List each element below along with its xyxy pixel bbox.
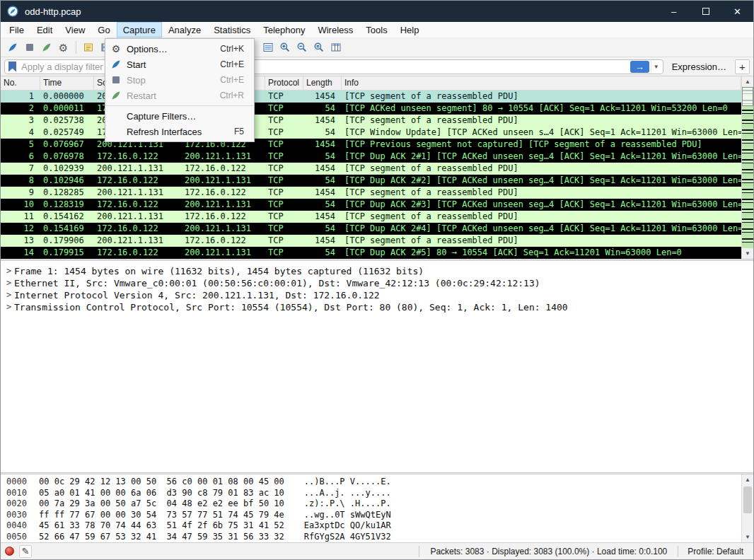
- capture-menu-capture-filters[interactable]: Capture Filters…: [105, 108, 254, 124]
- menu-edit[interactable]: Edit: [30, 22, 59, 37]
- column-header-length[interactable]: Length: [303, 76, 342, 90]
- packet-cell: 1454: [303, 235, 342, 247]
- expand-chevron-icon[interactable]: >: [4, 265, 14, 277]
- hex-scrollbar-thumb[interactable]: [743, 486, 752, 513]
- wireshark-window: odd-http.pcap – ✕ FileEditViewGoCaptureA…: [0, 0, 754, 560]
- packet-cell: TCP: [265, 235, 303, 247]
- menu-view[interactable]: View: [59, 22, 91, 37]
- packet-cell: 54: [303, 103, 342, 115]
- packet-cell: 1454: [303, 163, 342, 175]
- menu-item-label: Capture Filters…: [127, 111, 244, 122]
- packet-list-scrollbar[interactable]: ▲ ▼: [741, 76, 753, 259]
- detail-line[interactable]: >Frame 1: 1454 bytes on wire (11632 bits…: [1, 265, 753, 277]
- packet-row[interactable]: 80.102946172.16.0.122200.121.1.131TCP54[…: [1, 175, 741, 187]
- hex-line[interactable]: 005052 66 47 59 67 53 32 41 34 47 59 35 …: [6, 532, 741, 543]
- hex-line[interactable]: 004045 61 33 78 70 74 44 63 51 4f 2f 6b …: [6, 520, 741, 532]
- hex-ascii: Ea3xptDc QO/ku1AR: [304, 520, 391, 532]
- detail-line[interactable]: >Internet Protocol Version 4, Src: 200.1…: [1, 289, 753, 301]
- detail-line[interactable]: >Transmission Control Protocol, Src Port…: [1, 301, 753, 313]
- hex-ascii: ..wg..0T sWwQtEyN: [304, 510, 391, 521]
- menu-telephony[interactable]: Telephony: [257, 22, 311, 37]
- packet-cell: 0.076978: [40, 151, 94, 163]
- packet-row[interactable]: 100.128319172.16.0.122200.121.1.131TCP54…: [1, 199, 741, 211]
- expand-chevron-icon[interactable]: >: [4, 289, 14, 301]
- detail-line[interactable]: >Ethernet II, Src: Vmware_c0:00:01 (00:5…: [1, 277, 753, 289]
- capture-options-icon[interactable]: ⚙: [55, 40, 71, 56]
- packet-cell: 0.000011: [40, 103, 94, 115]
- column-header-info[interactable]: Info: [342, 76, 741, 90]
- display-filter-field[interactable]: → ▼: [4, 59, 663, 74]
- hex-line[interactable]: 002000 7a 29 3a 00 50 a7 5c 04 48 e2 e2 …: [6, 498, 741, 510]
- packet-cell: 200.121.1.131: [94, 163, 182, 175]
- packet-row[interactable]: 120.154169172.16.0.122200.121.1.131TCP54…: [1, 223, 741, 235]
- zoom-original-icon[interactable]: [311, 40, 327, 56]
- capture-menu-refresh-interfaces[interactable]: Refresh InterfacesF5: [105, 124, 254, 139]
- column-header-time[interactable]: Time: [40, 76, 94, 90]
- open-capture-icon[interactable]: [80, 40, 96, 56]
- packet-cell: 200.121.1.131: [94, 235, 182, 247]
- capture-menu-start[interactable]: StartCtrl+E: [105, 57, 254, 72]
- stop-capture-icon[interactable]: [21, 40, 37, 56]
- menu-file[interactable]: File: [3, 22, 30, 37]
- packet-cell: [TCP Dup ACK 2#2] [TCP ACKed unseen seg……: [342, 175, 741, 187]
- packet-cell: TCP: [265, 247, 303, 259]
- packet-row[interactable]: 60.076978172.16.0.122200.121.1.131TCP54[…: [1, 151, 741, 163]
- zoom-in-icon[interactable]: [277, 40, 293, 56]
- menu-capture[interactable]: Capture: [117, 22, 162, 37]
- restart-capture-icon[interactable]: [38, 40, 54, 56]
- column-header-protocol[interactable]: Protocol: [265, 76, 303, 90]
- menu-help[interactable]: Help: [394, 22, 426, 37]
- packet-cell: TCP: [265, 223, 303, 235]
- resize-columns-icon[interactable]: [327, 40, 344, 56]
- column-header-no[interactable]: No.: [1, 76, 40, 90]
- menu-wireless[interactable]: Wireless: [311, 22, 359, 37]
- profile-label[interactable]: Profile: Default: [683, 547, 749, 556]
- hex-scroll-track[interactable]: [742, 485, 753, 532]
- packet-cell: 0.179906: [40, 235, 94, 247]
- zoom-out-icon[interactable]: [294, 40, 310, 56]
- menu-analyze[interactable]: Analyze: [162, 22, 207, 37]
- menu-go[interactable]: Go: [91, 22, 116, 37]
- hex-scrollbar[interactable]: ▲ ▼: [741, 474, 753, 542]
- scroll-down-icon[interactable]: ▼: [742, 248, 753, 259]
- hex-scroll-up-icon[interactable]: ▲: [742, 474, 753, 485]
- bookmark-icon[interactable]: [8, 62, 16, 72]
- hex-dump-lines[interactable]: 000000 0c 29 42 12 13 00 50 56 c0 00 01 …: [1, 474, 741, 542]
- menu-item-shortcut: Ctrl+R: [220, 91, 254, 100]
- expression-button[interactable]: Expression…: [668, 62, 731, 72]
- packet-row[interactable]: 130.179906200.121.1.131172.16.0.122TCP14…: [1, 235, 741, 247]
- packet-row[interactable]: 70.102939200.121.1.131172.16.0.122TCP145…: [1, 163, 741, 175]
- packet-cell: 10: [1, 199, 40, 211]
- packet-cell: 200.121.1.131: [94, 187, 182, 199]
- packet-cell: 2: [1, 103, 40, 115]
- expert-info-icon[interactable]: [5, 547, 14, 556]
- packet-cell: 200.121.1.131: [182, 223, 265, 235]
- hex-scroll-down-icon[interactable]: ▼: [742, 532, 753, 542]
- packet-list-view-icon[interactable]: [260, 40, 276, 56]
- expand-chevron-icon[interactable]: >: [4, 301, 14, 313]
- maximize-button[interactable]: [690, 1, 721, 22]
- packet-cell: 0.025738: [40, 115, 94, 127]
- apply-filter-button[interactable]: →: [630, 61, 649, 73]
- hex-bytes: 05 a0 01 41 00 00 6a 06 d3 90 c8 79 01 8…: [39, 488, 284, 499]
- scroll-up-icon[interactable]: ▲: [742, 76, 753, 87]
- hex-line[interactable]: 000000 0c 29 42 12 13 00 50 56 c0 00 01 …: [6, 477, 741, 488]
- start-capture-icon[interactable]: [4, 40, 21, 56]
- capture-menu-options[interactable]: ⚙Options…Ctrl+K: [105, 41, 254, 57]
- packet-row[interactable]: 90.128285200.121.1.131172.16.0.122TCP145…: [1, 187, 741, 199]
- packet-row[interactable]: 140.179915172.16.0.122200.121.1.131TCP54…: [1, 247, 741, 259]
- menu-tools[interactable]: Tools: [359, 22, 393, 37]
- close-button[interactable]: ✕: [721, 1, 753, 22]
- hex-line[interactable]: 0030ff ff 77 67 00 00 30 54 73 57 77 51 …: [6, 510, 741, 521]
- hex-line[interactable]: 001005 a0 01 41 00 00 6a 06 d3 90 c8 79 …: [6, 488, 741, 499]
- menu-item-shortcut: Ctrl+E: [220, 75, 254, 85]
- filter-history-chevron-icon[interactable]: ▼: [651, 61, 661, 73]
- expand-chevron-icon[interactable]: >: [4, 277, 14, 289]
- capture-comment-icon[interactable]: ✎: [19, 545, 32, 558]
- intelligent-scrollbar-minimap[interactable]: [742, 87, 753, 248]
- scrollbar-thumb[interactable]: [742, 87, 753, 106]
- menu-statistics[interactable]: Statistics: [207, 22, 257, 37]
- add-filter-button[interactable]: +: [735, 59, 750, 74]
- packet-row[interactable]: 110.154162200.121.1.131172.16.0.122TCP14…: [1, 211, 741, 223]
- minimize-button[interactable]: –: [658, 1, 690, 22]
